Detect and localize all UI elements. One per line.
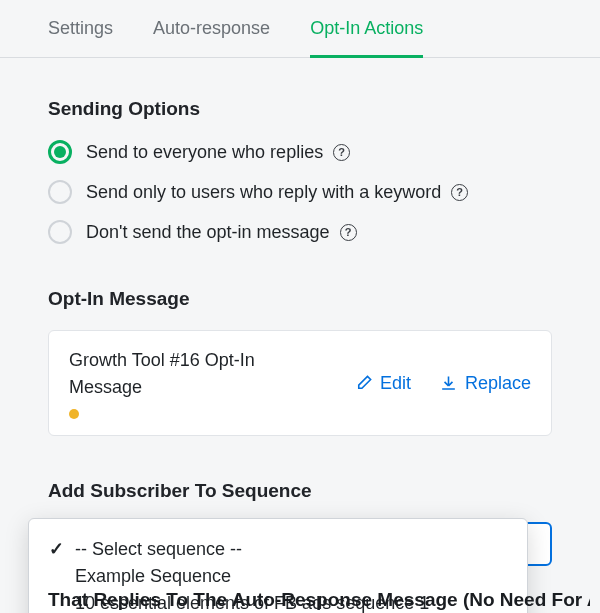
radio-label: Send only to users who reply with a keyw… xyxy=(86,182,441,203)
radio-dont-send[interactable]: Don't send the opt-in message ? xyxy=(48,220,552,244)
download-icon xyxy=(439,374,458,393)
help-icon[interactable]: ? xyxy=(340,224,357,241)
draft-status-dot-icon xyxy=(69,409,79,419)
message-title-wrap: Growth Tool #16 Opt-In Message xyxy=(69,347,326,419)
help-icon[interactable]: ? xyxy=(451,184,468,201)
message-title: Growth Tool #16 Opt-In Message xyxy=(69,347,326,401)
radio-icon xyxy=(48,180,72,204)
radio-label: Don't send the opt-in message xyxy=(86,222,330,243)
radio-send-keyword[interactable]: Send only to users who reply with a keyw… xyxy=(48,180,552,204)
sending-options-heading: Sending Options xyxy=(48,98,552,120)
sequence-option[interactable]: Example Sequence xyxy=(49,563,507,590)
edit-button[interactable]: Edit xyxy=(354,373,411,394)
edit-label: Edit xyxy=(380,373,411,394)
tab-opt-in-actions[interactable]: Opt-In Actions xyxy=(310,18,423,58)
opt-in-message-heading: Opt-In Message xyxy=(48,288,552,310)
radio-icon xyxy=(48,140,72,164)
replace-label: Replace xyxy=(465,373,531,394)
sequence-option-placeholder[interactable]: ✓ -- Select sequence -- xyxy=(49,535,507,563)
opt-in-message-card: Growth Tool #16 Opt-In Message Edit Repl… xyxy=(48,330,552,436)
tab-bar: Settings Auto-response Opt-In Actions xyxy=(0,0,600,58)
partial-heading: That Replies To The Auto-Response Messag… xyxy=(48,588,590,613)
radio-label: Send to everyone who replies xyxy=(86,142,323,163)
check-icon: ✓ xyxy=(49,538,75,560)
replace-button[interactable]: Replace xyxy=(439,373,531,394)
tab-auto-response[interactable]: Auto-response xyxy=(153,18,270,58)
radio-icon xyxy=(48,220,72,244)
sequence-select-wrapper: ✓ -- Select sequence -- Example Sequence… xyxy=(48,522,552,566)
option-label: -- Select sequence -- xyxy=(75,539,242,560)
tab-settings[interactable]: Settings xyxy=(48,18,113,58)
radio-send-everyone[interactable]: Send to everyone who replies ? xyxy=(48,140,552,164)
help-icon[interactable]: ? xyxy=(333,144,350,161)
sequence-heading: Add Subscriber To Sequence xyxy=(48,480,552,502)
option-label: Example Sequence xyxy=(75,566,231,587)
edit-icon xyxy=(354,374,373,393)
